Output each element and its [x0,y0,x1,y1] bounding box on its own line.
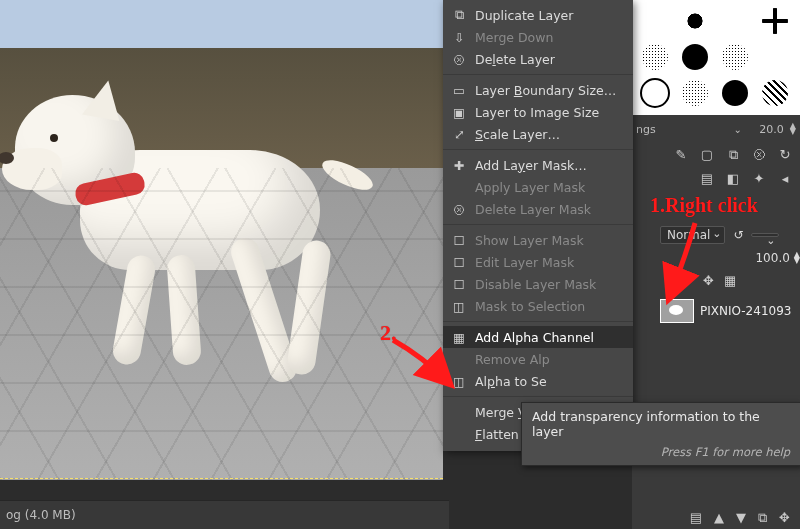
menu-separator [443,149,633,150]
menu-layer-boundary-size[interactable]: ▭ Layer Boundary Size… [443,79,633,101]
blank-icon [451,426,467,442]
delete-icon: ⮾ [451,201,467,217]
layer-row[interactable]: PIXNIO-241093 [660,296,800,326]
menu-item-label: Remove Alp [475,352,550,367]
switch-mode-icon[interactable]: ↺ [729,226,747,244]
menu-remove-alpha-channel: Remove Alp [443,348,633,370]
channels-tab-icon[interactable]: ◧ [726,172,740,186]
opacity-value[interactable]: 100.0 [755,251,789,265]
layer-context-menu: ⧉ Duplicate Layer ⇩ Merge Down ⮾ Delete … [443,0,633,451]
selection-icon: ◫ [451,298,467,314]
brush-thumb[interactable] [676,40,714,74]
blank-icon [451,179,467,195]
menu-item-label: Edit Layer Mask [475,255,574,270]
menu-add-layer-mask[interactable]: ✚ Add Layer Mask… [443,154,633,176]
brush-thumb[interactable] [716,40,754,74]
layer-name-label[interactable]: PIXNIO-241093 [700,304,791,318]
brush-thumb[interactable] [636,76,674,110]
menu-merge-down: ⇩ Merge Down [443,26,633,48]
layers-tab-icon[interactable]: ▤ [700,172,714,186]
delete-icon[interactable]: ⮾ [752,148,766,162]
edit-icon[interactable]: ✎ [674,148,688,162]
annotation-2: 2. [380,320,397,346]
menu-apply-layer-mask: Apply Layer Mask [443,176,633,198]
menu-item-label: Show Layer Mask [475,233,584,248]
duplicate-layer-icon[interactable]: ⧉ [758,511,767,525]
menu-edit-layer-mask: ☐ Edit Layer Mask [443,251,633,273]
menu-duplicate-layer[interactable]: ⧉ Duplicate Layer [443,4,633,26]
canvas-area[interactable] [0,0,443,480]
new-icon[interactable]: ▢ [700,148,714,162]
duplicate-icon[interactable]: ⧉ [726,148,740,162]
menu-mask-to-selection: ◫ Mask to Selection [443,295,633,317]
brush-thumb[interactable] [756,40,794,74]
layer-thumbnail[interactable] [660,299,694,323]
new-layer-icon[interactable]: ▤ [690,511,702,525]
menu-disable-layer-mask: ☐ Disable Layer Mask [443,273,633,295]
brush-thumb[interactable] [636,40,674,74]
layer-mode-label: Normal [667,228,710,242]
selection-border [0,478,443,480]
menu-item-label: Layer Boundary Size… [475,83,616,98]
brush-size-value[interactable]: 20.0 [748,123,784,136]
menu-add-alpha-channel[interactable]: ▦ Add Alpha Channel [443,326,633,348]
duplicate-layer-icon: ⧉ [451,7,467,23]
delete-icon: ⮾ [451,51,467,67]
chevron-down-icon[interactable]: ⌄ [733,124,741,135]
menu-item-label: Mask to Selection [475,299,585,314]
opacity-row: 100.0 ▲▼ [715,248,800,268]
layer-mode-select[interactable]: Normal [660,226,725,244]
brush-thumb[interactable] [716,4,754,38]
menu-separator [443,321,633,322]
brush-thumb[interactable] [716,76,754,110]
dock-toolbar: ▤ ◧ ✦ ◂ [632,168,800,190]
lock-alpha-icon[interactable]: ▦ [724,274,736,288]
add-mask-icon: ✚ [451,157,467,173]
opacity-spinner[interactable]: ▲▼ [794,252,800,264]
merge-down-icon: ⇩ [451,29,467,45]
refresh-icon[interactable]: ↻ [778,148,792,162]
brush-thumb[interactable] [676,76,714,110]
lock-position-icon[interactable]: ✥ [703,274,714,288]
tooltip: Add transparency information to the laye… [521,402,800,466]
menu-layer-to-image-size[interactable]: ▣ Layer to Image Size [443,101,633,123]
menu-alpha-to-selection[interactable]: ◫ Alpha to Se [443,370,633,392]
menu-scale-layer[interactable]: ⤢ Scale Layer… [443,123,633,145]
layer-toolbar: ▤ ▲ ▼ ⧉ ✥ [630,507,800,529]
brush-thumb[interactable] [756,4,794,38]
layer-mode-aux-select[interactable] [751,233,779,237]
lock-pixels-icon[interactable]: 🖌 [680,274,693,288]
brush-size-spinner[interactable]: ▲▼ [790,123,796,135]
layer-lock-row: 🖌 ✥ ▦ [680,272,800,290]
lower-layer-icon[interactable]: ▼ [736,511,746,525]
menu-item-label: Merge Down [475,30,553,45]
photo [0,0,443,480]
anchor-layer-icon[interactable]: ✥ [779,511,790,525]
menu-item-label: Layer to Image Size [475,105,599,120]
menu-icon[interactable]: ◂ [778,172,792,186]
checkbox-icon: ☐ [451,254,467,270]
menu-delete-layer[interactable]: ⮾ Delete Layer [443,48,633,70]
tooltip-hint: Press F1 for more help [532,445,790,459]
menu-item-label: Duplicate Layer [475,8,573,23]
blank-icon [451,404,467,420]
brush-thumb[interactable] [756,76,794,110]
menu-item-label: Add Alpha Channel [475,330,594,345]
layer-mode-row: Normal ↺ [660,224,800,246]
checkbox-icon: ☐ [451,232,467,248]
raise-layer-icon[interactable]: ▲ [714,511,724,525]
tooltip-text: Add transparency information to the laye… [532,409,790,439]
blank-icon [451,351,467,367]
menu-item-label: Delete Layer Mask [475,202,591,217]
paths-tab-icon[interactable]: ✦ [752,172,766,186]
brush-thumb[interactable] [676,4,714,38]
menu-separator [443,224,633,225]
menu-item-label: Delete Layer [475,52,555,67]
scale-icon: ⤢ [451,126,467,142]
status-bar: og (4.0 MB) [0,500,449,529]
brush-thumb[interactable] [636,4,674,38]
menu-item-label: Apply Layer Mask [475,180,585,195]
menu-item-label: Scale Layer… [475,127,560,142]
brush-toolbar: ✎ ▢ ⧉ ⮾ ↻ [632,144,800,166]
menu-separator [443,74,633,75]
